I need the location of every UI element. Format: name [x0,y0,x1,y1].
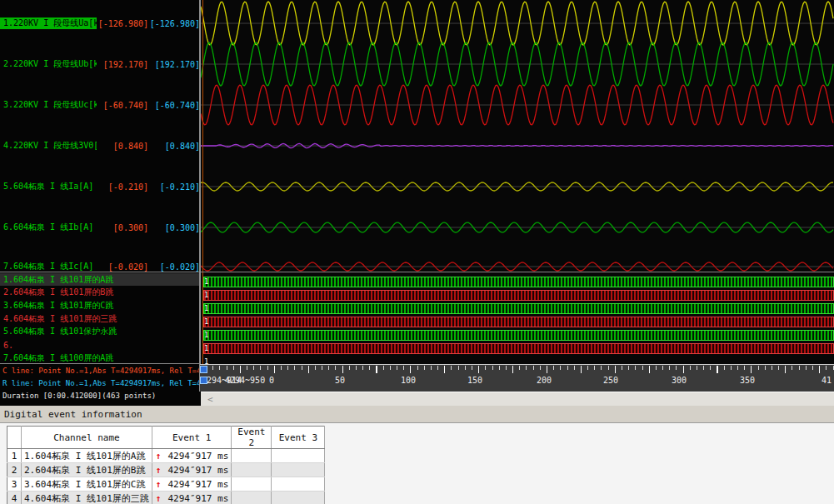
scroll-left-arrow-icon[interactable]: < [207,394,213,405]
channel-value-secondary: [-0.210] [148,182,200,192]
event-row-number: 4 [7,492,22,504]
event-table-row[interactable]: 11.604柘泉 I 线101屏的A跳↑4294″917 ms [7,449,325,463]
col-event3: Event 3 [272,427,325,449]
event-info-section: Digital event information Channel name E… [0,406,834,504]
time-axis-label: 50 [335,376,345,385]
analog-channel-label: 5.604柘泉 I 线Ia[A] [0,181,97,192]
digital-state-value: 1 [204,330,208,340]
digital-channel-row[interactable]: 1.604柘泉 I 线101屏的A跳 [0,273,200,286]
fault-recorder-window: 1.220KV I 段母线Ua[kV][-126.980][-126.980]2… [0,0,834,504]
analog-channel-label: 1.220KV I 段母线Ua[kV] [0,17,97,29]
panel-plot-divider[interactable] [199,0,201,392]
rising-edge-arrow-icon: ↑ [156,493,162,504]
event-row-number: 1 [7,449,22,463]
event3-cell [272,477,325,492]
digital-event-table: Channel name Event 1 Event 2 Event 3 11.… [7,426,325,504]
digital-state-bar [203,303,834,314]
channel-value-secondary: [0.300] [148,223,200,232]
digital-trace-plot: 1111111 [201,272,834,364]
event1-time: 4294″917 ms [167,465,228,476]
digital-state-value: 1 [204,290,208,300]
digital-state-value: 1 [204,343,208,353]
event-table-row[interactable]: 22.604柘泉 I 线101屏的B跳↑4294″917 ms [7,463,325,477]
col-channel-name: Channel name [22,427,152,449]
time-axis-label: 200 [537,376,552,385]
digital-channel-row[interactable]: 5.604柘泉 I 线101保护永跳 [0,326,200,338]
channel-value-secondary: [-60.740] [148,101,200,110]
analog-channel-row[interactable]: 6.604柘泉 I 线Ib[A][0.300][0.300] [0,221,200,234]
cursor-status-block: C line: Point No.=1,Abs T=4294917ms, Rel… [0,364,200,406]
analog-waveform-plot[interactable] [201,0,834,272]
digital-state-value: 1 [204,303,208,313]
digital-state-value: 1 [204,317,208,327]
digital-channel-row[interactable]: 4.604柘泉 I 线101屏的三跳 [0,312,200,325]
digital-channel-row[interactable]: 2.604柘泉 I 线101屏的B跳 [0,287,200,299]
time-axis-label: 250 [603,376,618,385]
digital-state-bar [203,317,834,327]
event-table-row[interactable]: 44.604柘泉 I 线101屏的三跳↑4294″917 ms [7,492,325,504]
time-axis-label: 150 [467,376,482,385]
time-axis-label: 41 [822,376,832,385]
channel-value-secondary: [0.840] [148,142,200,151]
digital-channel-row[interactable]: 3.604柘泉 I 线101屏的C跳 [0,299,200,312]
analog-channel-label: 3.220KV I 段母线Uc[kV] [0,99,97,111]
digital-channel-row[interactable]: 6. [0,339,200,352]
time-axis-ruler[interactable]: 4294~9144294~95005010015020025030035041 [200,364,834,392]
event1-cell: ↑4294″917 ms [152,477,231,492]
time-axis-label: 100 [401,376,416,385]
digital-state-value: 1 [204,357,208,364]
analog-channel-row[interactable]: 2.220KV I 段母线Ub[kV][192.170][192.170] [0,57,200,71]
event-channel-name: 2.604柘泉 I 线101屏的B跳 [22,463,152,477]
event-channel-name: 3.604柘泉 I 线101屏的C跳 [22,477,152,492]
analog-channel-label: 4.220KV I 段母线3V0[kV] [0,140,97,152]
event2-cell [232,477,272,492]
horizontal-scrollbar[interactable]: < [201,392,834,406]
channel-value-primary: [0.840] [97,142,148,151]
analog-channel-label: 2.220KV I 段母线Ub[kV] [0,58,97,70]
time-axis-label: 300 [672,376,687,385]
r-cursor-handle[interactable] [200,377,207,384]
channel-value-primary: [-126.980] [97,19,148,28]
r-line-status: R line: Point No.=1,Abs T=4294917ms, Rel… [2,379,200,387]
digital-state-bar [203,290,834,301]
event1-time: 4294″917 ms [167,493,228,504]
analog-channel-row[interactable]: 3.220KV I 段母线Uc[kV][-60.740][-60.740] [0,98,200,112]
event-row-number: 3 [7,477,22,492]
event-channel-name: 1.604柘泉 I 线101屏的A跳 [22,449,152,463]
event1-time: 4294″917 ms [167,479,228,490]
col-event2: Event 2 [232,427,272,449]
event-table-row[interactable]: 33.604柘泉 I 线101屏的C跳↑4294″917 ms [7,477,325,492]
analog-channel-row[interactable]: 1.220KV I 段母线Ua[kV][-126.980][-126.980] [0,17,200,30]
digital-state-value: 1 [204,277,208,287]
col-index [7,427,22,449]
channel-value-secondary: [-126.980] [148,19,200,28]
col-event1: Event 1 [152,427,231,449]
channel-value-secondary: [192.170] [148,60,200,69]
rising-edge-arrow-icon: ↑ [156,479,162,490]
c-cursor-handle[interactable] [200,366,207,373]
event2-cell [232,449,272,463]
event3-cell [272,492,325,504]
digital-channel-row[interactable]: 7.604柘泉 I 线100屏的A跳 [0,352,200,364]
waveform-svg [201,0,834,272]
analog-channel-row[interactable]: 4.220KV I 段母线3V0[kV][0.840][0.840] [0,139,200,152]
channel-value-primary: [-0.210] [97,182,148,192]
channel-list-panel: 1.220KV I 段母线Ua[kV][-126.980][-126.980]2… [0,0,200,406]
c-line-status: C line: Point No.=1,Abs T=4294917ms, Rel… [2,367,200,375]
major-ticks [202,366,834,373]
event1-cell: ↑4294″917 ms [152,449,231,463]
event1-cell: ↑4294″917 ms [152,463,231,477]
rising-edge-arrow-icon: ↑ [156,451,162,462]
event3-cell [272,449,325,463]
channel-value-primary: [-0.020] [97,262,148,272]
analog-digital-divider [0,272,834,272]
analog-channel-label: 7.604柘泉 I 线Ic[A] [0,261,97,272]
event3-cell [272,463,325,477]
waveform-trace [201,143,833,147]
time-axis-label: 4294~950 [225,376,265,385]
c-cursor-line[interactable] [202,0,203,364]
digital-state-bar [203,343,834,354]
analog-channel-label: 6.604柘泉 I 线Ib[A] [0,222,97,233]
analog-channel-row[interactable]: 5.604柘泉 I 线Ia[A][-0.210][-0.210] [0,180,200,193]
event2-cell [232,492,272,504]
